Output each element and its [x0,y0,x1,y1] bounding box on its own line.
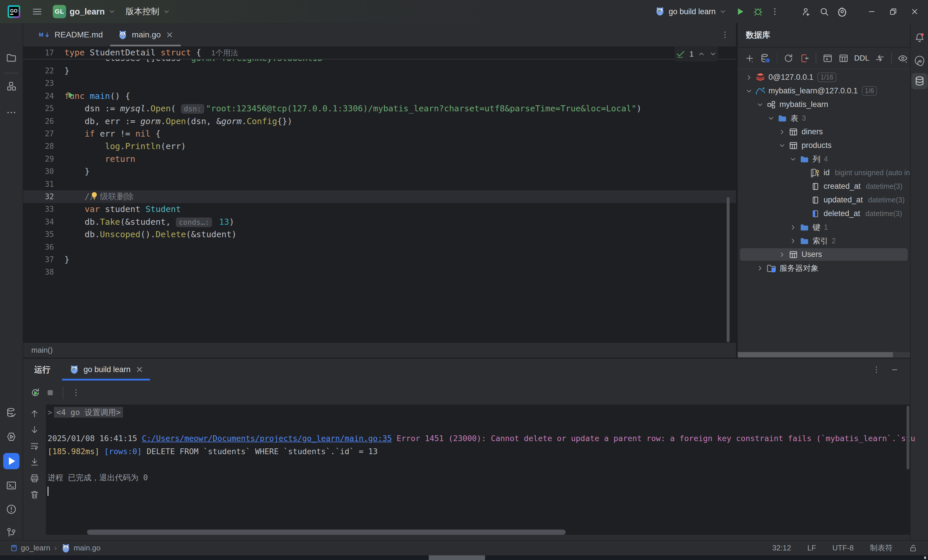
statusbar-widget-32:12[interactable]: 32:12 [772,543,791,552]
toolwindow-structure-icon[interactable] [3,78,20,95]
run-tab-go-build-learn[interactable]: go build learn ✕ [62,359,150,380]
soft-wrap-icon[interactable] [30,441,40,451]
inspection-widget[interactable]: 1 [675,46,718,61]
file-link[interactable]: C:/Users/meowr/Documents/projects/go_lea… [142,434,392,443]
run-panel-minimize-icon[interactable] [891,366,898,374]
database-tree[interactable]: 0@127.0.0.11/16mybatis_learn@127.0.0.11/… [738,70,910,358]
run-console[interactable]: ><4 go 设置调用> 2025/01/08 16:41:15 C:/User… [23,404,910,535]
tree-item-diners[interactable]: diners [738,125,910,139]
view-options-icon[interactable] [896,51,910,66]
debug-button[interactable] [751,3,766,20]
editor-vertical-scrollbar[interactable] [727,197,730,342]
run-tab-close-icon[interactable]: ✕ [134,365,143,375]
tree-item-键[interactable]: 键1 [738,220,910,234]
chevron-down-icon[interactable] [766,114,777,122]
rerun-icon[interactable] [30,388,41,398]
statusbar-breadcrumb[interactable]: go_learn›main.go [0,543,101,553]
toolwindow-run-active-icon[interactable] [3,453,20,469]
tabbar-kebab-icon[interactable] [720,30,730,40]
jump-to-top-icon[interactable] [30,409,40,418]
query-console-icon[interactable] [820,51,835,66]
statusbar-widget-LF[interactable]: LF [807,543,816,552]
folded-region[interactable]: <4 go 设置调用> [54,407,123,418]
tree-item-列[interactable]: 列4 [738,152,910,166]
scroll-to-end-icon[interactable] [30,457,40,467]
run-panel-kebab-icon[interactable] [872,365,881,374]
database-icon[interactable] [911,73,928,89]
toolwindow-project-folder-icon[interactable] [3,50,20,66]
toolwindow-problems-icon[interactable] [3,501,20,517]
refresh-icon[interactable] [781,51,795,66]
tree-item-products[interactable]: products [738,139,910,152]
tab-close-icon[interactable]: ✕ [165,30,173,40]
chevron-right-icon[interactable] [777,251,788,258]
add-icon[interactable] [742,51,757,66]
ai-icon[interactable] [911,53,928,69]
ddl-icon[interactable]: DDL [853,51,871,66]
vcs-menu[interactable]: 版本控制 [126,6,170,17]
console-vertical-scrollbar[interactable] [907,406,910,470]
clear-console-icon[interactable] [30,490,40,500]
window-minimize-button[interactable] [862,3,881,20]
editor-breadcrumb-bar[interactable]: main() [23,342,736,357]
tree-item-created_at[interactable]: created_atdatetime(3) [738,180,910,193]
jump-to-bottom-icon[interactable] [30,425,40,435]
run-button[interactable] [733,3,748,20]
tree-item-updated_at[interactable]: updated_atdatetime(3) [738,193,910,207]
statusbar-widget-UTF-8[interactable]: UTF-8 [832,543,854,552]
breadcrumb-function[interactable]: main() [31,346,53,355]
project-widget[interactable]: GL go_learn [53,5,116,18]
tree-item-表[interactable]: 表3 [738,111,910,125]
toolwindow-services-icon[interactable] [3,429,20,445]
console-output[interactable]: ><4 go 设置调用> 2025/01/08 16:41:15 C:/User… [47,406,904,497]
chevron-down-icon[interactable] [777,142,788,150]
run-options-kebab-icon[interactable] [71,388,81,397]
fold-marker[interactable]: > [47,408,54,417]
toolwindow-terminal-icon[interactable] [3,478,20,494]
code-editor[interactable]: 17type StudentDetail struct { 1个用法 Class… [23,46,736,342]
database-horizontal-scrollbar[interactable] [738,352,910,357]
more-actions-kebab-icon[interactable] [768,3,781,20]
console-horizontal-scrollbar[interactable] [87,529,566,535]
chevron-down-icon[interactable] [754,101,766,108]
run-config-selector[interactable]: go build learn [652,4,730,19]
tree-item-mybatis_learn@127.0.0.1[interactable]: mybatis_learn@127.0.0.11/6 [738,84,910,98]
next-problem-chevron-icon[interactable] [709,50,717,58]
data-source-properties-icon[interactable] [758,51,772,66]
tree-item-deleted_at[interactable]: deleted_atdatetime(3) [738,207,910,220]
print-icon[interactable] [30,474,40,484]
tree-item-mybatis_learn[interactable]: mybatis_learn [738,98,910,111]
tree-item-Users[interactable]: Users [738,248,910,261]
table-view-icon[interactable] [836,51,850,66]
bell-icon[interactable] [911,30,928,46]
lock-open-icon[interactable] [909,544,917,552]
prev-problem-chevron-icon[interactable] [698,50,705,58]
editor-tab-README.md[interactable]: MREADME.md [31,23,110,46]
toolwindow-more-icon[interactable] [3,104,20,121]
tree-item-服务器对象[interactable]: 服务器对象 [738,261,910,275]
jump-to-icon[interactable] [873,51,887,66]
disconnect-icon[interactable] [797,51,812,66]
toolwindow-db-check-icon[interactable] [3,404,20,421]
search-everywhere-icon[interactable] [817,3,832,20]
hamburger-menu-icon[interactable] [31,6,43,17]
statusbar-breadcrumb-item[interactable]: go_learn [10,543,50,552]
add-user-icon[interactable] [798,3,814,20]
statusbar-breadcrumb-item[interactable]: main.go [61,543,101,553]
tree-item-0@127.0.0.1[interactable]: 0@127.0.0.11/16 [738,70,910,84]
chevron-down-icon[interactable] [788,156,798,163]
run-line-marker-icon[interactable] [66,91,75,99]
window-close-button[interactable] [905,3,924,20]
chevron-right-icon[interactable] [777,128,788,136]
editor-tab-main.go[interactable]: main.go✕ [110,23,181,46]
settings-gear-icon[interactable] [835,3,850,20]
statusbar-widget-制表符[interactable]: 制表符 [870,543,893,553]
tree-item-id[interactable]: idbigint unsigned (auto in [738,166,910,180]
chevron-right-icon[interactable] [754,264,766,272]
chevron-down-icon[interactable] [743,87,754,95]
chevron-right-icon[interactable] [743,74,754,81]
intention-bulb-icon[interactable] [90,191,99,200]
toolwindow-git-icon[interactable] [3,524,20,540]
tree-item-索引[interactable]: 索引2 [738,234,910,248]
window-restore-button[interactable] [884,3,902,20]
